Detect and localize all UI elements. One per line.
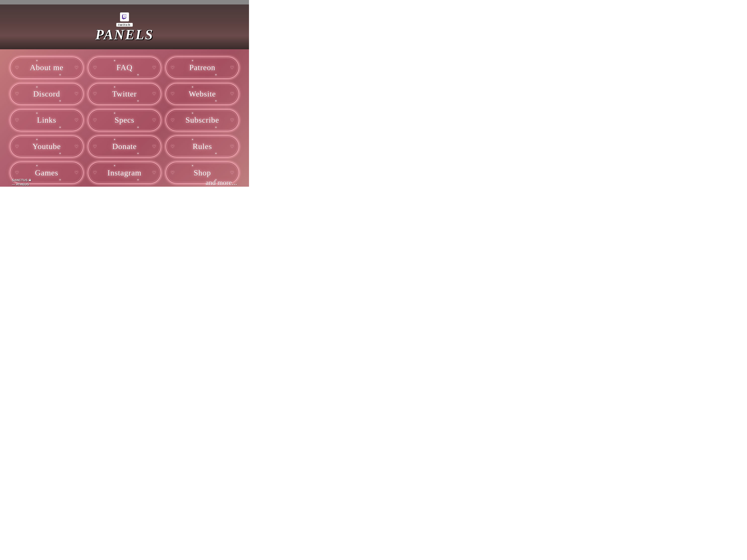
twitch-svg-icon xyxy=(122,14,128,20)
heart-icon-left: ♡ xyxy=(93,65,97,71)
panel-label-instagram: Instagram xyxy=(108,168,142,178)
heart-icon-right: ♡ xyxy=(74,144,78,149)
sparkle-decoration: ✦ xyxy=(113,164,115,167)
sparkle-decoration: ✦ xyxy=(36,86,38,88)
panel-label-discord: Discord xyxy=(33,89,60,99)
heart-icon-left: ♡ xyxy=(171,170,175,176)
panel-btn-subscribe[interactable]: ♡✦✦Subscribe♡ xyxy=(165,109,239,131)
main-panels-area: ♡✦✦About me♡♡✦✦FAQ♡♡✦✦Patreon♡♡✦✦Discord… xyxy=(0,49,249,187)
heart-icon-left: ♡ xyxy=(15,170,19,176)
panel-btn-faq[interactable]: ♡✦✦FAQ♡ xyxy=(88,57,161,79)
sparkle-decoration: ✦ xyxy=(36,138,38,141)
heart-icon-right: ♡ xyxy=(152,65,156,71)
heart-icon-left: ♡ xyxy=(171,117,175,123)
heart-icon-right: ♡ xyxy=(74,65,78,71)
heart-icon-right: ♡ xyxy=(152,117,156,123)
heart-icon-right: ♡ xyxy=(74,91,78,97)
heart-icon-right: ♡ xyxy=(152,91,156,97)
sparkle-decoration: ✦ xyxy=(59,152,61,155)
heart-icon-right: ♡ xyxy=(230,65,234,71)
heart-icon-right: ♡ xyxy=(230,91,234,97)
panels-title: PANELS xyxy=(95,28,154,42)
sparkle-decoration: ✦ xyxy=(59,100,61,102)
heart-icon-left: ♡ xyxy=(171,144,175,149)
panel-label-twitter: Twitter xyxy=(112,89,137,99)
heart-icon-right: ♡ xyxy=(152,170,156,176)
panel-btn-website[interactable]: ♡✦✦Website♡ xyxy=(165,83,239,105)
sparkle-decoration: ✦ xyxy=(191,59,194,62)
and-more-text: and more... xyxy=(206,179,237,187)
sparkle-decoration: ✦ xyxy=(59,74,61,76)
sparkle-decoration: ✦ xyxy=(137,74,139,76)
heart-icon-right: ♡ xyxy=(230,144,234,149)
sparkle-decoration: ✦ xyxy=(113,138,115,141)
panel-label-youtube: Youtube xyxy=(32,142,61,151)
panels-grid: ♡✦✦About me♡♡✦✦FAQ♡♡✦✦Patreon♡♡✦✦Discord… xyxy=(10,57,239,184)
heart-icon-right: ♡ xyxy=(230,170,234,176)
sparkle-decoration: ✦ xyxy=(137,126,139,129)
heart-icon-right: ♡ xyxy=(152,144,156,149)
panel-label-shop: Shop xyxy=(194,168,211,178)
panel-label-specs: Specs xyxy=(114,115,134,125)
panel-btn-discord[interactable]: ♡✦✦Discord♡ xyxy=(10,83,83,105)
sparkle-decoration: ✦ xyxy=(215,100,217,102)
panel-label-subscribe: Subscribe xyxy=(185,115,219,125)
header-section: twitch PANELS xyxy=(0,4,249,49)
panel-label-website: Website xyxy=(189,89,216,99)
heart-icon-left: ♡ xyxy=(93,91,97,97)
sparkle-decoration: ✦ xyxy=(113,86,115,88)
heart-icon-left: ♡ xyxy=(15,144,19,149)
panel-label-faq: FAQ xyxy=(117,63,133,72)
heart-icon-left: ♡ xyxy=(15,65,19,71)
sanctus-line1: SANCTUS ☠ xyxy=(12,178,31,182)
sparkle-decoration: ✦ xyxy=(215,74,217,76)
panel-label-patreon: Patreon xyxy=(189,63,215,72)
sparkle-decoration: ✦ xyxy=(113,59,115,62)
sparkle-decoration: ✦ xyxy=(137,152,139,155)
sparkle-decoration: ✦ xyxy=(215,126,217,129)
top-bar xyxy=(0,0,249,4)
sparkle-decoration: ✦ xyxy=(191,86,194,88)
panel-label-about-me: About me xyxy=(30,63,63,72)
sparkle-decoration: ✦ xyxy=(137,100,139,102)
panel-label-links: Links xyxy=(37,115,56,125)
heart-icon-left: ♡ xyxy=(93,117,97,123)
panel-label-donate: Donate xyxy=(112,142,137,151)
heart-icon-left: ♡ xyxy=(93,144,97,149)
heart-icon-right: ♡ xyxy=(230,117,234,123)
panel-btn-donate[interactable]: ♡✦✦Donate♡ xyxy=(88,136,161,158)
heart-icon-left: ♡ xyxy=(15,91,19,97)
sanctus-logo: SANCTUS ☠ — ATHEUS xyxy=(12,178,31,187)
footer-bar: SANCTUS ☠ — ATHEUS and more... xyxy=(10,178,239,187)
panel-btn-patreon[interactable]: ♡✦✦Patreon♡ xyxy=(165,57,239,79)
heart-icon-left: ♡ xyxy=(15,117,19,123)
panel-btn-rules[interactable]: ♡✦✦Rules♡ xyxy=(165,136,239,158)
twitch-logo: twitch xyxy=(116,12,133,28)
heart-icon-right: ♡ xyxy=(74,170,78,176)
sparkle-decoration: ✦ xyxy=(191,164,194,167)
panel-btn-youtube[interactable]: ♡✦✦Youtube♡ xyxy=(10,136,83,158)
sanctus-line2: — ATHEUS xyxy=(12,182,31,187)
panel-btn-about-me[interactable]: ♡✦✦About me♡ xyxy=(10,57,83,79)
sparkle-decoration: ✦ xyxy=(215,152,217,155)
panel-label-rules: Rules xyxy=(193,142,212,151)
heart-icon-left: ♡ xyxy=(171,65,175,71)
sparkle-decoration: ✦ xyxy=(59,126,61,129)
sparkle-decoration: ✦ xyxy=(36,112,38,114)
panel-label-games: Games xyxy=(35,168,58,178)
panel-btn-links[interactable]: ♡✦✦Links♡ xyxy=(10,109,83,131)
heart-icon-left: ♡ xyxy=(93,170,97,176)
sparkle-decoration: ✦ xyxy=(36,59,38,62)
sparkle-decoration: ✦ xyxy=(191,138,194,141)
sparkle-decoration: ✦ xyxy=(113,112,115,114)
heart-icon-right: ♡ xyxy=(74,117,78,123)
sparkle-decoration: ✦ xyxy=(191,112,194,114)
twitch-text: twitch xyxy=(116,23,133,27)
sparkle-decoration: ✦ xyxy=(36,164,38,167)
heart-icon-left: ♡ xyxy=(171,91,175,97)
panel-btn-specs[interactable]: ♡✦✦Specs♡ xyxy=(88,109,161,131)
twitch-icon xyxy=(120,12,129,21)
panel-btn-twitter[interactable]: ♡✦✦Twitter♡ xyxy=(88,83,161,105)
